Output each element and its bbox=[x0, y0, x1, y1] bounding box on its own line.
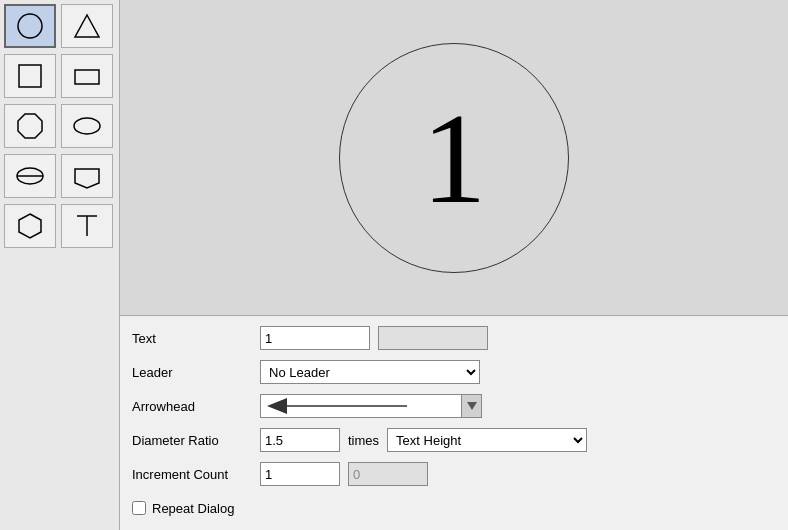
toolbar bbox=[0, 0, 120, 530]
ellipse-tool[interactable] bbox=[4, 154, 56, 198]
svg-rect-3 bbox=[75, 70, 99, 84]
leader-label: Leader bbox=[132, 365, 252, 380]
text-label: Text bbox=[132, 331, 252, 346]
square-tool[interactable] bbox=[4, 54, 56, 98]
canvas-area: 1 bbox=[120, 0, 788, 316]
text-tool[interactable] bbox=[61, 204, 113, 248]
svg-marker-8 bbox=[75, 169, 99, 188]
pentagon-tool[interactable] bbox=[61, 154, 113, 198]
svg-marker-1 bbox=[75, 15, 99, 37]
arrowhead-row: Arrowhead bbox=[132, 392, 776, 420]
repeat-dialog-row: Repeat Dialog bbox=[132, 494, 776, 522]
text-extra-input[interactable] bbox=[378, 326, 488, 350]
rectangle-tool[interactable] bbox=[61, 54, 113, 98]
arrowhead-display bbox=[261, 397, 461, 415]
hexagon-tool[interactable] bbox=[4, 204, 56, 248]
svg-point-5 bbox=[74, 118, 100, 134]
main-container: 1 Text Leader No Leader Left Leader Righ… bbox=[0, 0, 788, 530]
arrowhead-dropdown-btn[interactable] bbox=[461, 395, 481, 417]
increment-count-row: Increment Count bbox=[132, 460, 776, 488]
repeat-dialog-label: Repeat Dialog bbox=[152, 501, 234, 516]
repeat-dialog-checkbox[interactable] bbox=[132, 501, 146, 515]
leader-select[interactable]: No Leader Left Leader Right Leader bbox=[260, 360, 480, 384]
properties-panel: Text Leader No Leader Left Leader Right … bbox=[120, 316, 788, 530]
text-input[interactable] bbox=[260, 326, 370, 350]
svg-rect-2 bbox=[19, 65, 41, 87]
oval-tool[interactable] bbox=[61, 104, 113, 148]
circle-tool[interactable] bbox=[4, 4, 56, 48]
text-row: Text bbox=[132, 324, 776, 352]
triangle-tool[interactable] bbox=[61, 4, 113, 48]
increment-count-label: Increment Count bbox=[132, 467, 252, 482]
leader-row: Leader No Leader Left Leader Right Leade… bbox=[132, 358, 776, 386]
octagon-tool[interactable] bbox=[4, 104, 56, 148]
arrowhead-label: Arrowhead bbox=[132, 399, 252, 414]
diameter-ratio-row: Diameter Ratio times Text Height Fixed H… bbox=[132, 426, 776, 454]
svg-marker-4 bbox=[18, 114, 42, 138]
times-label: times bbox=[348, 433, 379, 448]
right-panel: 1 Text Leader No Leader Left Leader Righ… bbox=[120, 0, 788, 530]
arrowhead-select[interactable] bbox=[260, 394, 482, 418]
svg-marker-12 bbox=[267, 398, 287, 414]
circle-preview: 1 bbox=[339, 43, 569, 273]
svg-marker-9 bbox=[19, 214, 41, 238]
text-height-select[interactable]: Text Height Fixed Height bbox=[387, 428, 587, 452]
diameter-ratio-label: Diameter Ratio bbox=[132, 433, 252, 448]
svg-point-0 bbox=[18, 14, 42, 38]
increment-start-input[interactable] bbox=[348, 462, 428, 486]
diameter-ratio-input[interactable] bbox=[260, 428, 340, 452]
preview-number: 1 bbox=[422, 93, 487, 223]
svg-marker-14 bbox=[467, 402, 477, 410]
increment-count-input[interactable] bbox=[260, 462, 340, 486]
